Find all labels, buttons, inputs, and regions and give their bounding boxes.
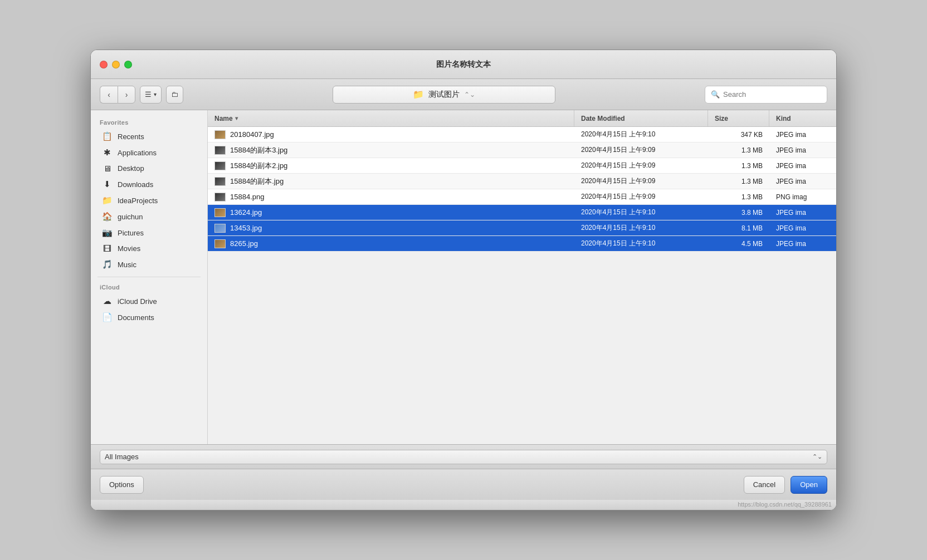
sidebar-label-documents: Documents: [118, 313, 154, 322]
sidebar-label-recents: Recents: [118, 132, 144, 141]
list-icon: ☰: [145, 90, 152, 99]
sidebar-item-music[interactable]: 🎵 Music: [93, 257, 205, 272]
icloud-section-label: iCloud: [91, 282, 207, 293]
new-folder-button[interactable]: 🗀: [166, 86, 183, 104]
toolbar: ‹ › ☰ ▾ 🗀 📁 测试图片 ⌃⌄ 🔍: [91, 79, 836, 110]
file-date: 2020年4月15日 上午9:09: [574, 145, 708, 155]
file-thumbnail: [214, 224, 226, 233]
column-size[interactable]: Size: [708, 110, 769, 126]
action-buttons-right: Cancel Open: [744, 476, 827, 494]
file-thumbnail: [214, 130, 226, 139]
favorites-section-label: Favorites: [91, 117, 207, 128]
file-thumbnail: [214, 161, 226, 170]
file-thumbnail: [214, 193, 226, 202]
file-size: 3.8 MB: [708, 209, 769, 217]
file-kind: JPEG ima: [769, 240, 836, 248]
table-row[interactable]: 20180407.jpg 2020年4月15日 上午9:10 347 KB JP…: [208, 127, 836, 143]
file-date: 2020年4月15日 上午9:10: [574, 239, 708, 248]
file-kind: JPEG ima: [769, 131, 836, 139]
path-selector[interactable]: 📁 测试图片 ⌃⌄: [333, 86, 555, 104]
file-date: 2020年4月15日 上午9:10: [574, 208, 708, 217]
file-kind: JPEG ima: [769, 178, 836, 185]
file-list-header: Name ▾ Date Modified Size Kind: [208, 110, 836, 127]
column-kind[interactable]: Kind: [769, 110, 836, 126]
sidebar-label-guichun: guichun: [118, 213, 143, 221]
sidebar-label-icloud-drive: iCloud Drive: [118, 297, 157, 306]
column-name[interactable]: Name ▾: [208, 110, 574, 126]
file-date: 2020年4月15日 上午9:09: [574, 161, 708, 170]
format-selector[interactable]: All Images ⌃⌄: [100, 450, 827, 464]
table-row[interactable]: 15884.png 2020年4月15日 上午9:09 1.3 MB PNG i…: [208, 189, 836, 205]
file-thumbnail: [214, 146, 226, 155]
table-row[interactable]: 15884的副本2.jpg 2020年4月15日 上午9:09 1.3 MB J…: [208, 158, 836, 174]
sidebar-item-icloud-drive[interactable]: ☁ iCloud Drive: [93, 293, 205, 309]
chevron-down-icon: ▾: [154, 91, 157, 97]
file-size: 347 KB: [708, 131, 769, 139]
table-row[interactable]: 13453.jpg 2020年4月15日 上午9:10 8.1 MB JPEG …: [208, 220, 836, 236]
table-row[interactable]: 13624.jpg 2020年4月15日 上午9:10 3.8 MB JPEG …: [208, 205, 836, 220]
open-button[interactable]: Open: [791, 476, 827, 494]
file-name: 15884的副本2.jpg: [208, 161, 574, 171]
file-date: 2020年4月15日 上午9:10: [574, 130, 708, 139]
file-thumbnail: [214, 239, 226, 248]
sort-chevron-icon: ▾: [235, 115, 238, 121]
maximize-button[interactable]: [124, 61, 132, 68]
window-title: 图片名称转文本: [436, 60, 491, 70]
sidebar-divider: [97, 277, 201, 277]
sidebar-item-downloads[interactable]: ⬇ Downloads: [93, 176, 205, 192]
back-button[interactable]: ‹: [100, 86, 118, 104]
titlebar: 图片名称转文本: [91, 50, 836, 79]
file-name-label: 15884的副本3.jpg: [230, 145, 287, 155]
file-date: 2020年4月15日 上午9:09: [574, 176, 708, 186]
file-name: 20180407.jpg: [208, 130, 574, 139]
sidebar-item-guichun[interactable]: 🏠 guichun: [93, 209, 205, 224]
sidebar-item-pictures[interactable]: 📷 Pictures: [93, 225, 205, 240]
file-size: 8.1 MB: [708, 224, 769, 232]
view-options-button[interactable]: ☰ ▾: [140, 86, 162, 104]
search-box[interactable]: 🔍: [705, 86, 827, 104]
file-name: 13624.jpg: [208, 208, 574, 217]
sidebar-label-applications: Applications: [118, 149, 157, 157]
minimize-button[interactable]: [112, 61, 120, 68]
action-bar: Options Cancel Open: [91, 469, 836, 500]
file-kind: JPEG ima: [769, 209, 836, 217]
file-name-label: 13624.jpg: [230, 208, 262, 217]
sidebar-item-ideaprojects[interactable]: 📁 IdeaProjects: [93, 193, 205, 208]
table-row[interactable]: 8265.jpg 2020年4月15日 上午9:10 4.5 MB JPEG i…: [208, 236, 836, 252]
sidebar-item-movies[interactable]: 🎞 Movies: [93, 241, 205, 256]
file-rows: 20180407.jpg 2020年4月15日 上午9:10 347 KB JP…: [208, 127, 836, 444]
guichun-icon: 🏠: [102, 212, 112, 222]
sidebar-item-applications[interactable]: ✱ Applications: [93, 145, 205, 160]
sidebar-item-documents[interactable]: 📄 Documents: [93, 310, 205, 325]
file-size: 4.5 MB: [708, 240, 769, 248]
file-size: 1.3 MB: [708, 178, 769, 185]
folder-color-icon: 📁: [413, 89, 424, 100]
window-controls: [100, 61, 132, 68]
forward-button[interactable]: ›: [118, 86, 135, 104]
file-name-label: 13453.jpg: [230, 224, 262, 232]
sidebar-label-movies: Movies: [118, 244, 140, 253]
music-icon: 🎵: [102, 259, 112, 269]
format-bar: All Images ⌃⌄: [91, 444, 836, 469]
nav-buttons: ‹ ›: [100, 86, 135, 104]
file-name: 15884的副本.jpg: [208, 176, 574, 186]
file-name-label: 15884的副本.jpg: [230, 176, 284, 186]
sidebar-item-desktop[interactable]: 🖥 Desktop: [93, 161, 205, 176]
file-name: 15884.png: [208, 193, 574, 202]
icloud-drive-icon: ☁: [102, 296, 112, 306]
cancel-button[interactable]: Cancel: [744, 476, 785, 494]
file-size: 1.3 MB: [708, 193, 769, 201]
column-date-modified[interactable]: Date Modified: [574, 110, 708, 126]
file-thumbnail: [214, 208, 226, 217]
table-row[interactable]: 15884的副本.jpg 2020年4月15日 上午9:09 1.3 MB JP…: [208, 174, 836, 189]
table-row[interactable]: 15884的副本3.jpg 2020年4月15日 上午9:09 1.3 MB J…: [208, 143, 836, 158]
sidebar-label-music: Music: [118, 261, 136, 269]
sidebar-item-recents[interactable]: 📋 Recents: [93, 129, 205, 144]
current-path-label: 测试图片: [428, 90, 460, 100]
options-button[interactable]: Options: [100, 476, 144, 494]
documents-icon: 📄: [102, 312, 112, 322]
file-name-label: 15884的副本2.jpg: [230, 161, 287, 171]
format-label: All Images: [105, 453, 139, 461]
search-input[interactable]: [723, 90, 821, 99]
close-button[interactable]: [100, 61, 108, 68]
